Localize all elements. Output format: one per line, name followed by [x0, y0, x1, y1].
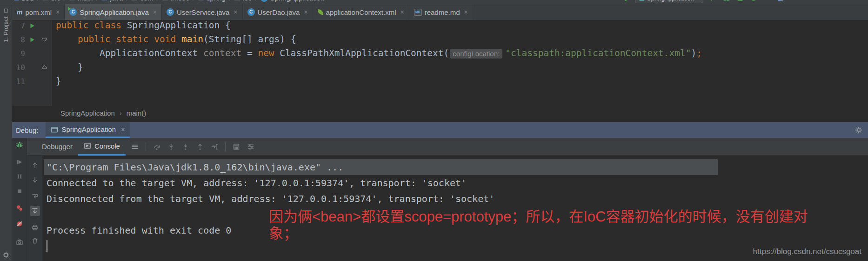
run-line-icon[interactable]: [25, 23, 39, 29]
code-line[interactable]: }: [56, 74, 868, 88]
tab-userservice-java[interactable]: CUserService.java×: [162, 4, 243, 20]
mute-breakpoints-icon[interactable]: [16, 220, 23, 228]
close-icon[interactable]: ×: [401, 9, 404, 15]
toolbar-separator: [225, 142, 226, 151]
close-icon[interactable]: ×: [234, 9, 237, 15]
run-to-cursor-icon[interactable]: [211, 143, 218, 150]
profiler-icon[interactable]: [750, 0, 757, 2]
breadcrumb-class[interactable]: SpringApplication: [60, 109, 115, 117]
fold-up-icon[interactable]: [39, 65, 50, 70]
breadcrumb-item-ioc[interactable]: ioc: [234, 0, 252, 2]
pause-icon[interactable]: [16, 173, 23, 180]
console-text: Process finished with exit code 0: [47, 225, 231, 236]
run-line-icon[interactable]: [25, 37, 39, 43]
breadcrumb-label: SpringApplication: [270, 0, 325, 2]
hamburger-icon[interactable]: [131, 143, 139, 150]
tab-userdao-java[interactable]: CUserDao.java×: [243, 4, 313, 20]
close-icon[interactable]: ×: [304, 9, 307, 15]
tab-label: Console: [94, 142, 120, 150]
debug-header: Debug: SpringApplication ×: [12, 122, 868, 138]
breadcrumb-item-src[interactable]: src: [42, 0, 60, 2]
close-icon[interactable]: ×: [464, 9, 468, 15]
console-text: "C:\Program Files\Java\jdk1.8.0_162\bin\…: [47, 162, 343, 173]
resume-icon[interactable]: [16, 158, 23, 166]
tab-pom-xml[interactable]: mpom.xml×: [12, 4, 65, 20]
editor-tab-bar: mpom.xml×CSpringApplication.java×CUserSe…: [12, 4, 868, 20]
stop-square-icon[interactable]: [16, 188, 23, 195]
code-line[interactable]: ApplicationContext context = new ClassPa…: [56, 46, 868, 60]
sidebar-item-project[interactable]: 1: Project: [3, 16, 9, 42]
code-editor[interactable]: 7891011 public class SpringApplication {…: [12, 19, 868, 106]
arrow-down-icon[interactable]: [31, 176, 39, 183]
force-step-into-icon[interactable]: [182, 143, 189, 150]
step-over-icon[interactable]: [153, 143, 160, 150]
clear-icon[interactable]: [31, 237, 39, 244]
code-token: configLocation:: [450, 49, 502, 59]
breadcrumb-item-imooc[interactable]: imooc: [162, 0, 189, 2]
code-line[interactable]: public class SpringApplication {: [56, 19, 868, 33]
breadcrumb-item-com[interactable]: com: [131, 0, 153, 2]
close-icon[interactable]: ×: [121, 126, 125, 133]
camera-icon[interactable]: [16, 239, 23, 246]
code-token: main: [181, 34, 203, 45]
breadcrumb-item-main[interactable]: main: [69, 0, 93, 2]
arrow-up-icon[interactable]: [31, 162, 39, 169]
back-icon[interactable]: [621, 0, 629, 2]
breadcrumb-item-spring[interactable]: spring: [198, 0, 226, 2]
code-token: [56, 34, 78, 45]
line-number: 8: [12, 35, 25, 44]
java-class-icon: C: [247, 8, 255, 16]
tab-applicationcontext-xml[interactable]: applicationContext.xml×: [313, 4, 409, 20]
scroll-to-end-icon[interactable]: [30, 206, 40, 216]
breadcrumb-label: sod: [21, 0, 34, 2]
rerun-debug-icon[interactable]: [16, 141, 23, 148]
console-text: Connected to the target VM, address: '12…: [47, 177, 467, 189]
print-icon[interactable]: [31, 224, 39, 231]
soft-wrap-icon[interactable]: [31, 192, 39, 200]
step-into-icon[interactable]: [167, 143, 175, 150]
debug-title: Debug:: [16, 126, 38, 134]
code-token: (String[] args) {: [203, 34, 296, 45]
tab-debugger[interactable]: Debugger: [36, 138, 78, 156]
editor-breadcrumb: SpringApplication › main(): [12, 106, 868, 120]
fold-down-icon[interactable]: [39, 37, 50, 42]
debug-session-tab[interactable]: SpringApplication ×: [46, 122, 130, 138]
breadcrumb-label: main: [78, 0, 93, 2]
layout-settings-icon[interactable]: [247, 143, 254, 150]
console-line: Disconnected from the target VM, address…: [47, 191, 868, 207]
editor-code-area[interactable]: public class SpringApplication { public …: [52, 19, 868, 106]
code-token: =: [247, 48, 258, 59]
tab-console[interactable]: Console: [78, 138, 126, 156]
breadcrumb-separator: /: [126, 0, 128, 2]
evaluate-expression-icon[interactable]: [233, 143, 240, 150]
tab-label: UserService.java: [177, 8, 229, 16]
code-line[interactable]: }: [56, 60, 868, 74]
code-token: "classpath:applicationContext.xml": [505, 48, 691, 59]
gear-icon[interactable]: [2, 251, 10, 259]
breadcrumb-item-springapplication[interactable]: CSpringApplication: [260, 0, 325, 2]
close-icon[interactable]: ×: [153, 9, 157, 15]
code-token: [56, 48, 100, 59]
tab-label: UserDao.java: [258, 8, 300, 16]
code-line[interactable]: public static void main(String[] args) {: [56, 33, 868, 46]
gutter-row: 7: [12, 19, 52, 33]
coverage-icon[interactable]: [736, 0, 744, 2]
folder-icon: [69, 0, 75, 1]
view-breakpoints-icon[interactable]: [16, 204, 23, 212]
breadcrumb-item-sod[interactable]: sod: [14, 0, 34, 2]
breadcrumb-item-java[interactable]: java: [101, 0, 123, 2]
close-icon[interactable]: ×: [56, 9, 60, 15]
debug-icon[interactable]: [723, 0, 730, 2]
run-config-selector[interactable]: SpringApplication▾: [635, 0, 703, 3]
stop-icon[interactable]: [763, 0, 771, 2]
maven-icon: m: [17, 9, 22, 15]
run-icon[interactable]: [709, 0, 717, 2]
tab-readme-md[interactable]: MDreadme.md×: [409, 4, 473, 20]
tab-springapplication-java[interactable]: CSpringApplication.java×: [65, 4, 162, 20]
layout-icon[interactable]: [777, 0, 784, 2]
gear-icon[interactable]: [855, 126, 862, 134]
step-out-icon[interactable]: [196, 143, 204, 150]
gutter-row: 8: [12, 33, 52, 46]
breadcrumb-method[interactable]: main(): [127, 109, 147, 117]
package-icon: [131, 0, 138, 1]
